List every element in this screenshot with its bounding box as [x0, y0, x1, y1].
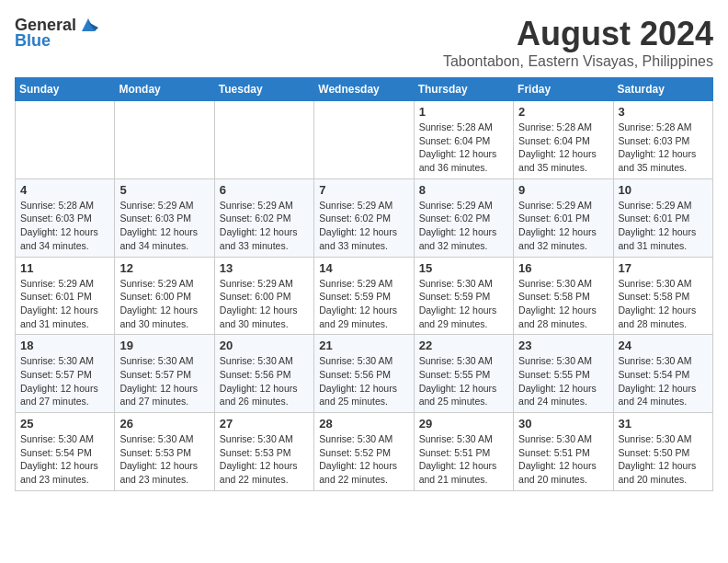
week-row: 4Sunrise: 5:28 AMSunset: 6:03 PMDaylight…: [16, 178, 713, 257]
day-info: Sunrise: 5:29 AMSunset: 6:01 PMDaylight:…: [619, 199, 708, 253]
calendar-cell: 15Sunrise: 5:30 AMSunset: 5:59 PMDayligh…: [414, 257, 513, 335]
day-info: Sunrise: 5:29 AMSunset: 6:03 PMDaylight:…: [119, 199, 209, 253]
calendar-cell: 7Sunrise: 5:29 AMSunset: 6:02 PMDaylight…: [314, 178, 414, 257]
week-row: 1Sunrise: 5:28 AMSunset: 6:04 PMDaylight…: [16, 101, 713, 179]
calendar-cell: 19Sunrise: 5:30 AMSunset: 5:57 PMDayligh…: [115, 335, 214, 413]
day-number: 13: [220, 261, 309, 275]
day-number: 30: [518, 417, 608, 431]
weekday-header: Sunday: [16, 78, 115, 101]
calendar-cell: 12Sunrise: 5:29 AMSunset: 6:00 PMDayligh…: [115, 257, 214, 335]
calendar-cell: [16, 101, 115, 179]
calendar-cell: 20Sunrise: 5:30 AMSunset: 5:56 PMDayligh…: [214, 335, 313, 413]
day-info: Sunrise: 5:30 AMSunset: 5:52 PMDaylight:…: [319, 432, 408, 487]
calendar-cell: 23Sunrise: 5:30 AMSunset: 5:55 PMDayligh…: [514, 335, 613, 413]
day-number: 25: [20, 417, 109, 431]
logo-icon: [78, 15, 98, 35]
day-info: Sunrise: 5:29 AMSunset: 6:02 PMDaylight:…: [419, 199, 508, 253]
calendar-cell: 5Sunrise: 5:29 AMSunset: 6:03 PMDaylight…: [115, 178, 214, 257]
weekday-header-row: SundayMondayTuesdayWednesdayThursdayFrid…: [16, 78, 713, 101]
weekday-header: Saturday: [613, 78, 712, 101]
day-info: Sunrise: 5:30 AMSunset: 5:58 PMDaylight:…: [619, 277, 708, 331]
day-number: 8: [419, 183, 508, 197]
day-number: 29: [419, 417, 508, 431]
day-number: 26: [119, 417, 209, 431]
day-number: 18: [20, 339, 109, 352]
calendar-cell: 13Sunrise: 5:29 AMSunset: 6:00 PMDayligh…: [214, 257, 313, 335]
weekday-header: Friday: [514, 78, 613, 101]
day-number: 4: [20, 183, 109, 197]
day-info: Sunrise: 5:29 AMSunset: 6:00 PMDaylight:…: [119, 277, 209, 331]
calendar-cell: 28Sunrise: 5:30 AMSunset: 5:52 PMDayligh…: [314, 413, 414, 491]
day-number: 23: [518, 339, 608, 352]
day-number: 7: [319, 183, 408, 197]
calendar-cell: 30Sunrise: 5:30 AMSunset: 5:51 PMDayligh…: [514, 413, 613, 491]
calendar-cell: 8Sunrise: 5:29 AMSunset: 6:02 PMDaylight…: [414, 178, 513, 257]
day-number: 5: [119, 183, 209, 197]
calendar-cell: 27Sunrise: 5:30 AMSunset: 5:53 PMDayligh…: [214, 413, 313, 491]
calendar-cell: 1Sunrise: 5:28 AMSunset: 6:04 PMDaylight…: [414, 101, 513, 179]
logo: General Blue: [15, 15, 98, 51]
day-info: Sunrise: 5:30 AMSunset: 5:55 PMDaylight:…: [419, 354, 508, 408]
calendar-cell: 25Sunrise: 5:30 AMSunset: 5:54 PMDayligh…: [16, 413, 115, 491]
day-info: Sunrise: 5:30 AMSunset: 5:53 PMDaylight:…: [119, 432, 209, 487]
day-info: Sunrise: 5:30 AMSunset: 5:50 PMDaylight:…: [619, 432, 708, 487]
day-info: Sunrise: 5:28 AMSunset: 6:04 PMDaylight:…: [518, 121, 608, 175]
day-info: Sunrise: 5:30 AMSunset: 5:58 PMDaylight:…: [518, 277, 608, 331]
day-number: 12: [119, 261, 209, 275]
day-info: Sunrise: 5:30 AMSunset: 5:59 PMDaylight:…: [419, 277, 508, 331]
day-number: 22: [419, 339, 508, 352]
day-number: 2: [518, 105, 608, 119]
calendar-cell: 17Sunrise: 5:30 AMSunset: 5:58 PMDayligh…: [613, 257, 712, 335]
calendar-cell: 11Sunrise: 5:29 AMSunset: 6:01 PMDayligh…: [16, 257, 115, 335]
day-info: Sunrise: 5:29 AMSunset: 6:01 PMDaylight:…: [518, 199, 608, 253]
day-info: Sunrise: 5:30 AMSunset: 5:56 PMDaylight:…: [319, 354, 408, 408]
day-info: Sunrise: 5:28 AMSunset: 6:03 PMDaylight:…: [619, 121, 708, 175]
day-info: Sunrise: 5:28 AMSunset: 6:04 PMDaylight:…: [419, 121, 508, 175]
day-number: 14: [319, 261, 408, 275]
day-number: 9: [518, 183, 608, 197]
logo-blue-text: Blue: [15, 31, 51, 51]
day-number: 1: [419, 105, 508, 119]
day-number: 28: [319, 417, 408, 431]
weekday-header: Tuesday: [214, 78, 313, 101]
day-number: 20: [220, 339, 309, 352]
calendar-cell: 24Sunrise: 5:30 AMSunset: 5:54 PMDayligh…: [613, 335, 712, 413]
calendar-cell: [314, 101, 414, 179]
day-info: Sunrise: 5:30 AMSunset: 5:54 PMDaylight:…: [20, 432, 109, 487]
day-number: 15: [419, 261, 508, 275]
calendar-table: SundayMondayTuesdayWednesdayThursdayFrid…: [15, 77, 713, 491]
day-number: 31: [619, 417, 708, 431]
calendar-cell: [214, 101, 313, 179]
day-info: Sunrise: 5:30 AMSunset: 5:51 PMDaylight:…: [518, 432, 608, 487]
day-info: Sunrise: 5:30 AMSunset: 5:57 PMDaylight:…: [20, 354, 109, 408]
page-header: General Blue August 2024 Tabontabon, Eas…: [15, 15, 713, 70]
calendar-cell: 16Sunrise: 5:30 AMSunset: 5:58 PMDayligh…: [514, 257, 613, 335]
day-info: Sunrise: 5:29 AMSunset: 6:00 PMDaylight:…: [220, 277, 309, 331]
calendar-cell: 4Sunrise: 5:28 AMSunset: 6:03 PMDaylight…: [16, 178, 115, 257]
calendar-cell: 3Sunrise: 5:28 AMSunset: 6:03 PMDaylight…: [613, 101, 712, 179]
calendar-cell: 6Sunrise: 5:29 AMSunset: 6:02 PMDaylight…: [214, 178, 313, 257]
day-info: Sunrise: 5:30 AMSunset: 5:53 PMDaylight:…: [220, 432, 309, 487]
day-number: 11: [20, 261, 109, 275]
day-info: Sunrise: 5:29 AMSunset: 6:02 PMDaylight:…: [220, 199, 309, 253]
day-info: Sunrise: 5:29 AMSunset: 5:59 PMDaylight:…: [319, 277, 408, 331]
location-title: Tabontabon, Eastern Visayas, Philippines: [443, 53, 713, 70]
weekday-header: Monday: [115, 78, 214, 101]
day-number: 17: [619, 261, 708, 275]
day-number: 16: [518, 261, 608, 275]
calendar-cell: 31Sunrise: 5:30 AMSunset: 5:50 PMDayligh…: [613, 413, 712, 491]
day-info: Sunrise: 5:28 AMSunset: 6:03 PMDaylight:…: [20, 199, 109, 253]
week-row: 25Sunrise: 5:30 AMSunset: 5:54 PMDayligh…: [16, 413, 713, 491]
calendar-cell: 29Sunrise: 5:30 AMSunset: 5:51 PMDayligh…: [414, 413, 513, 491]
week-row: 18Sunrise: 5:30 AMSunset: 5:57 PMDayligh…: [16, 335, 713, 413]
day-number: 6: [220, 183, 309, 197]
weekday-header: Thursday: [414, 78, 513, 101]
day-number: 3: [619, 105, 708, 119]
day-info: Sunrise: 5:30 AMSunset: 5:51 PMDaylight:…: [419, 432, 508, 487]
day-info: Sunrise: 5:30 AMSunset: 5:57 PMDaylight:…: [119, 354, 209, 408]
day-info: Sunrise: 5:30 AMSunset: 5:56 PMDaylight:…: [220, 354, 309, 408]
day-info: Sunrise: 5:29 AMSunset: 6:01 PMDaylight:…: [20, 277, 109, 331]
title-section: August 2024 Tabontabon, Eastern Visayas,…: [443, 15, 713, 70]
calendar-cell: 26Sunrise: 5:30 AMSunset: 5:53 PMDayligh…: [115, 413, 214, 491]
day-number: 19: [119, 339, 209, 352]
